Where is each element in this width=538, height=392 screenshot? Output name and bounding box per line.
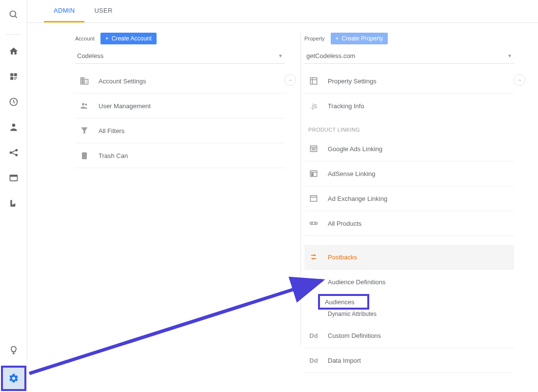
collapse-account-button[interactable]: → [284,74,296,86]
ad-exchange-label: Ad Exchange Linking [328,195,387,202]
item-all-filters[interactable]: All Filters [75,118,285,143]
tracking-info-label: Tracking Info [328,102,364,110]
link-icon [308,218,319,229]
adsense-label: AdSense Linking [328,170,376,177]
account-selected-name: Codeless [77,52,103,59]
create-account-button[interactable]: + Create Account [100,33,157,44]
item-custom-definitions[interactable]: Dd Custom Definitions [304,323,514,348]
svg-point-12 [16,154,17,156]
svg-line-14 [11,153,15,155]
account-label: Account [75,36,95,41]
conversions-icon[interactable] [8,197,20,209]
chevron-down-icon: ▼ [278,53,283,59]
svg-line-13 [11,151,15,152]
audience-icon[interactable] [8,121,20,133]
dd-icon: Dd [308,330,319,341]
item-audience-definitions[interactable]: Audience Definitions [304,270,514,294]
admin-gear-button[interactable] [0,365,27,392]
trash-icon [79,150,90,161]
chevron-down-icon: ▼ [507,53,512,59]
collapse-property-button[interactable]: → [514,74,525,86]
column-divider [300,33,301,345]
svg-rect-29 [310,196,317,201]
ads-icon [308,143,319,154]
account-settings-label: Account Settings [99,78,146,85]
left-sidebar [0,0,27,392]
home-icon[interactable] [8,45,20,57]
realtime-icon[interactable] [8,96,20,108]
item-tracking-info[interactable]: .js Tracking Info [304,94,514,118]
svg-rect-4 [10,77,13,80]
svg-rect-16 [10,175,17,176]
acquisition-icon[interactable] [8,147,20,158]
trash-can-label: Trash Can [99,152,128,159]
property-label: Property [304,36,325,41]
item-all-products[interactable]: All Products [304,211,514,236]
item-google-ads-linking[interactable]: Google Ads Linking [304,137,514,161]
data-import-label: Data Import [328,357,361,364]
dynamic-attributes-label: Dynamic Attributes [328,311,377,317]
plus-icon: + [336,35,339,42]
all-products-label: All Products [328,220,361,227]
svg-point-11 [16,149,17,151]
settings-box-icon [308,76,319,86]
item-dynamic-attributes[interactable]: Dynamic Attributes [304,310,514,320]
tabs-bar: ADMIN USER [27,0,538,23]
dd-icon: Dd [308,355,319,366]
user-management-label: User Management [99,102,151,110]
audience-sub-items: Audiences Dynamic Attributes [304,294,514,323]
property-items: Property Settings .js Tracking Info PROD… [304,69,514,373]
tab-admin[interactable]: ADMIN [44,0,84,22]
create-property-text: Create Property [342,35,383,42]
svg-rect-31 [310,222,318,225]
account-column: Account + Create Account Codeless ▼ Acco… [75,33,285,373]
plus-icon: + [105,35,109,42]
create-account-text: Create Account [112,35,152,42]
item-property-settings[interactable]: Property Settings [304,69,514,94]
property-settings-label: Property Settings [328,78,377,85]
item-account-settings[interactable]: Account Settings [75,69,285,94]
svg-point-33 [315,222,316,224]
group-icon [79,100,90,111]
property-selected-name: getCodeless.com [306,52,355,59]
main-content: ADMIN USER Account + Create Account Code… [27,0,538,392]
svg-rect-2 [10,73,13,76]
item-ad-exchange-linking[interactable]: Ad Exchange Linking [304,186,514,211]
postbacks-icon [308,252,319,262]
svg-rect-7 [14,79,15,80]
custom-definitions-label: Custom Definitions [328,332,381,339]
svg-point-17 [82,103,84,105]
tab-user[interactable]: USER [84,0,122,22]
svg-rect-3 [14,73,17,76]
exchange-icon [308,193,319,204]
item-user-management[interactable]: User Management [75,94,285,118]
svg-rect-28 [312,173,313,176]
item-trash-can[interactable]: Trash Can [75,143,285,168]
item-adsense-linking[interactable]: AdSense Linking [304,161,514,186]
item-data-import[interactable]: Dd Data Import [304,348,514,373]
item-audiences[interactable]: Audiences [318,294,369,310]
svg-point-9 [12,124,15,127]
svg-line-1 [15,16,17,18]
svg-rect-5 [14,78,15,78]
property-selector[interactable]: getCodeless.com ▼ [304,48,514,64]
svg-point-0 [10,11,16,17]
svg-point-18 [85,103,87,105]
search-icon[interactable] [8,9,20,20]
property-column: Property + Create Property getCodeless.c… [304,33,514,373]
postbacks-label: Postbacks [328,254,357,261]
account-selector[interactable]: Codeless ▼ [75,48,285,64]
discover-icon[interactable] [8,344,20,356]
gear-icon [8,372,20,384]
svg-point-32 [311,222,313,224]
customization-icon[interactable] [8,71,20,82]
all-filters-label: All Filters [99,127,124,135]
create-property-button[interactable]: + Create Property [331,33,388,44]
product-linking-heading: PRODUCT LINKING [304,118,514,137]
svg-rect-6 [16,78,17,78]
audience-def-label: Audience Definitions [328,278,386,286]
item-postbacks[interactable]: Postbacks [304,245,514,270]
svg-rect-19 [310,78,317,84]
account-items: Account Settings User Management All Fil… [75,69,285,168]
behavior-icon[interactable] [8,172,20,184]
